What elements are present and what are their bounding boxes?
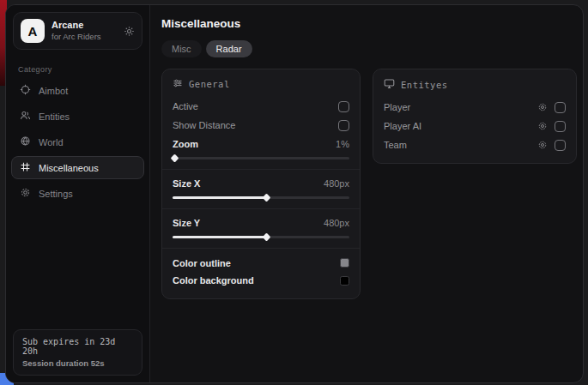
team-row: Team xyxy=(384,135,566,154)
sidebar-item-settings[interactable]: Settings xyxy=(11,182,144,205)
zoom-value: 1% xyxy=(336,139,349,149)
sidebar-item-label: Miscellaneous xyxy=(39,163,99,173)
gear-icon[interactable] xyxy=(537,102,548,112)
color-outline-swatch[interactable] xyxy=(340,258,349,268)
row-label: Active xyxy=(173,101,198,111)
card-title: Entityes xyxy=(401,80,448,90)
size-x-slider[interactable] xyxy=(173,195,349,201)
app-logo: A xyxy=(21,19,45,43)
size-y-slider[interactable] xyxy=(173,234,349,240)
sliders-icon xyxy=(173,78,183,90)
player-row: Player xyxy=(384,98,566,117)
show-distance-row: Show Distance xyxy=(173,116,349,135)
color-outline-row: Color outline xyxy=(173,249,349,271)
subscription-info-card: Sub expires in 23d 20h Session duration … xyxy=(13,329,142,376)
slider-thumb[interactable] xyxy=(171,154,179,163)
row-label: Player AI xyxy=(384,121,537,131)
tab-bar: Misc Radar xyxy=(161,40,577,57)
monitor-icon xyxy=(384,78,395,91)
page-title: Miscellaneous xyxy=(161,17,577,30)
card-title: General xyxy=(189,79,230,89)
zoom-slider[interactable] xyxy=(173,155,349,161)
show-distance-checkbox[interactable] xyxy=(338,120,349,131)
sub-expiry-text: Sub expires in 23d 20h xyxy=(22,337,133,356)
sidebar-item-miscellaneous[interactable]: Miscellaneous xyxy=(11,156,144,179)
active-checkbox[interactable] xyxy=(338,101,349,112)
tab-misc[interactable]: Misc xyxy=(161,40,202,57)
gear-icon xyxy=(20,187,31,200)
app-name: Arcane xyxy=(52,20,117,32)
sidebar: A Arcane for Arc Riders Category Aimbot xyxy=(6,5,150,382)
app-window: A Arcane for Arc Riders Category Aimbot xyxy=(5,4,584,383)
row-label: Show Distance xyxy=(173,120,235,130)
player-ai-checkbox[interactable] xyxy=(555,121,566,132)
main-content: Miscellaneous Misc Radar General Active xyxy=(150,5,584,382)
entities-icon xyxy=(20,110,31,123)
general-card: General Active Show Distance Zoom 1% xyxy=(161,69,361,299)
slider-thumb[interactable] xyxy=(263,233,271,242)
size-y-slider-group: Size Y 480px xyxy=(173,209,349,248)
gear-icon[interactable] xyxy=(124,26,135,37)
sidebar-nav: Aimbot Entities World xyxy=(6,79,149,205)
crosshair-icon xyxy=(20,84,31,97)
row-label: Color outline xyxy=(173,258,231,268)
row-label: Zoom xyxy=(173,139,198,149)
logo-card: A Arcane for Arc Riders xyxy=(13,12,142,50)
sidebar-item-world[interactable]: World xyxy=(11,130,144,153)
sidebar-item-label: Aimbot xyxy=(39,86,68,96)
row-label: Player xyxy=(384,102,537,112)
size-y-value: 480px xyxy=(324,218,349,228)
sidebar-item-label: Entities xyxy=(39,111,70,122)
team-checkbox[interactable] xyxy=(555,140,566,151)
app-subtitle: for Arc Riders xyxy=(52,32,117,42)
entities-card: Entityes Player Player AI xyxy=(373,69,577,164)
row-label: Size Y xyxy=(173,218,200,228)
grid-icon xyxy=(20,161,31,174)
player-checkbox[interactable] xyxy=(555,102,566,113)
globe-icon xyxy=(20,135,31,148)
sidebar-item-label: World xyxy=(39,137,64,147)
size-x-slider-group: Size X 480px xyxy=(173,170,349,208)
gear-icon[interactable] xyxy=(537,121,548,131)
row-label: Team xyxy=(384,140,537,150)
player-ai-row: Player AI xyxy=(384,117,566,135)
color-background-row: Color background xyxy=(173,271,349,290)
sidebar-item-label: Settings xyxy=(39,189,73,199)
zoom-slider-group: Zoom 1% xyxy=(173,135,349,169)
category-label: Category xyxy=(18,65,149,74)
row-label: Color background xyxy=(173,275,254,286)
sidebar-item-aimbot[interactable]: Aimbot xyxy=(11,79,144,102)
slider-thumb[interactable] xyxy=(263,194,271,202)
row-label: Size X xyxy=(173,178,200,189)
tab-radar[interactable]: Radar xyxy=(206,40,252,57)
active-row: Active xyxy=(173,97,349,116)
sidebar-item-entities[interactable]: Entities xyxy=(11,105,144,128)
gear-icon[interactable] xyxy=(537,140,548,150)
size-x-value: 480px xyxy=(324,178,349,189)
color-background-swatch[interactable] xyxy=(340,276,349,286)
session-duration-text: Session duration 52s xyxy=(22,358,133,368)
